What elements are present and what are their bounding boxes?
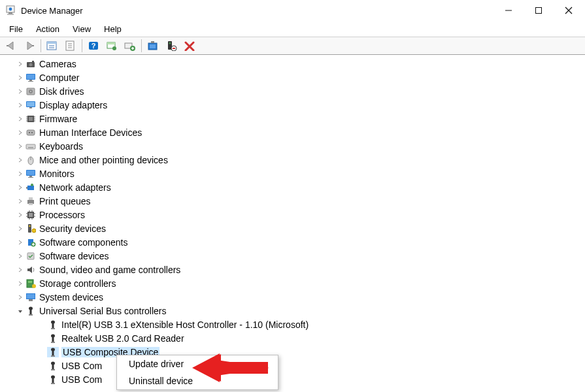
category-label: Display adapters: [39, 100, 107, 110]
menu-help[interactable]: Help: [97, 23, 128, 35]
chevron-right-icon[interactable]: [16, 293, 25, 302]
svg-rect-65: [27, 171, 35, 175]
category-label: Firmware: [39, 114, 77, 124]
category-label: Keyboards: [39, 141, 83, 152]
chevron-right-icon[interactable]: [16, 169, 25, 178]
tree-category-usb[interactable]: Universal Serial Bus controllers: [1, 304, 585, 318]
tree-category[interactable]: Sound, video and game controllers: [1, 263, 585, 276]
software2-icon: [25, 251, 37, 261]
chevron-right-icon[interactable]: [16, 210, 25, 220]
category-label: Network adapters: [39, 182, 111, 193]
tree-category[interactable]: Keyboards: [1, 139, 585, 153]
tree-category[interactable]: Print queues: [1, 194, 585, 208]
chevron-right-icon[interactable]: [16, 101, 25, 110]
svg-rect-102: [52, 322, 54, 328]
tree-device[interactable]: Intel(R) USB 3.1 eXtensible Host Control…: [1, 318, 585, 331]
forward-button[interactable]: [21, 39, 38, 53]
cpu-icon: [25, 210, 37, 220]
show-hide-console-tree-button[interactable]: [44, 39, 61, 53]
chevron-right-icon[interactable]: [16, 155, 25, 165]
chevron-right-icon[interactable]: [16, 238, 25, 247]
device-label: Intel(R) USB 3.1 eXtensible Host Control…: [61, 319, 309, 330]
tree-category[interactable]: Processors: [1, 208, 585, 221]
properties-button[interactable]: [62, 39, 79, 53]
tree-category[interactable]: Disk drives: [1, 84, 585, 98]
svg-point-94: [32, 284, 36, 288]
minimize-button[interactable]: [493, 0, 524, 21]
svg-rect-39: [29, 80, 32, 81]
tree-category[interactable]: Software devices: [1, 249, 585, 263]
menu-view[interactable]: View: [66, 23, 97, 35]
tree-category[interactable]: Firmware: [1, 112, 585, 125]
software-icon: [25, 237, 37, 248]
tree-device[interactable]: USB Com: [1, 359, 585, 372]
chevron-right-icon[interactable]: [16, 183, 25, 192]
chevron-right-icon[interactable]: [16, 59, 25, 69]
close-button[interactable]: [554, 0, 584, 21]
tree-category[interactable]: Network adapters: [1, 180, 585, 194]
chevron-right-icon[interactable]: [16, 114, 25, 123]
svg-rect-69: [26, 187, 27, 189]
tree-device[interactable]: Realtek USB 2.0 Card Reader: [1, 331, 585, 345]
disk-icon: [25, 86, 37, 97]
tree-category[interactable]: Storage controllers: [1, 276, 585, 290]
toolbar-separator: [82, 39, 82, 52]
svg-rect-67: [28, 177, 33, 178]
tree-device[interactable]: USB Com: [1, 372, 585, 386]
toolbar: ?: [0, 37, 585, 55]
device-tree[interactable]: CamerasComputerDisk drivesDisplay adapte…: [0, 55, 585, 392]
chevron-right-icon[interactable]: [16, 142, 25, 151]
menu-bar: File Action View Help: [0, 21, 585, 37]
svg-point-31: [169, 42, 171, 44]
tree-category[interactable]: Security devices: [1, 221, 585, 235]
svg-rect-72: [29, 197, 33, 200]
tree-category[interactable]: Computer: [1, 71, 585, 84]
add-legacy-hardware-button[interactable]: [122, 39, 139, 53]
menu-file[interactable]: File: [3, 23, 29, 35]
svg-point-22: [112, 46, 116, 50]
update-driver-button[interactable]: [144, 39, 161, 53]
category-label: Disk drives: [39, 86, 84, 97]
tree-category[interactable]: Human Interface Devices: [1, 125, 585, 139]
chevron-right-icon[interactable]: [16, 224, 25, 233]
chevron-down-icon[interactable]: [16, 306, 25, 316]
chevron-right-icon[interactable]: [16, 128, 25, 137]
svg-rect-21: [107, 42, 115, 44]
svg-rect-11: [47, 42, 56, 44]
menu-action[interactable]: Action: [29, 23, 66, 35]
svg-rect-109: [51, 355, 55, 357]
svg-rect-96: [27, 294, 35, 299]
tree-device[interactable]: USB Composite Device: [1, 345, 585, 359]
svg-rect-114: [52, 377, 54, 383]
context-update-driver[interactable]: Update driver: [117, 355, 278, 372]
chevron-right-icon[interactable]: [16, 265, 25, 274]
tree-category[interactable]: Software components: [1, 235, 585, 249]
chevron-right-icon[interactable]: [16, 87, 25, 96]
svg-point-86: [32, 229, 36, 233]
tree-category[interactable]: System devices: [1, 290, 585, 304]
chevron-right-icon[interactable]: [16, 279, 25, 288]
svg-point-57: [31, 132, 33, 133]
svg-rect-111: [52, 363, 54, 369]
back-button[interactable]: [3, 39, 20, 53]
chevron-right-icon[interactable]: [16, 197, 25, 206]
context-uninstall-device[interactable]: Uninstall device: [117, 372, 278, 389]
printer-icon: [25, 196, 37, 206]
maximize-button[interactable]: [524, 0, 554, 21]
svg-rect-100: [29, 314, 33, 316]
disable-device-button[interactable]: [181, 39, 198, 53]
chevron-right-icon[interactable]: [16, 73, 25, 82]
tree-category[interactable]: Cameras: [1, 57, 585, 71]
chevron-right-icon[interactable]: [16, 252, 25, 261]
toolbar-separator: [141, 39, 142, 52]
toolbar-separator: [41, 39, 41, 52]
tree-category[interactable]: Display adapters: [1, 98, 585, 112]
help-button[interactable]: ?: [85, 39, 102, 53]
svg-rect-106: [51, 342, 55, 343]
scan-hardware-changes-button[interactable]: [103, 39, 120, 53]
uninstall-device-button[interactable]: [163, 39, 180, 53]
tree-category[interactable]: Monitors: [1, 167, 585, 180]
category-label: Human Interface Devices: [39, 127, 142, 138]
svg-rect-38: [27, 74, 35, 79]
tree-category[interactable]: Mice and other pointing devices: [1, 153, 585, 167]
